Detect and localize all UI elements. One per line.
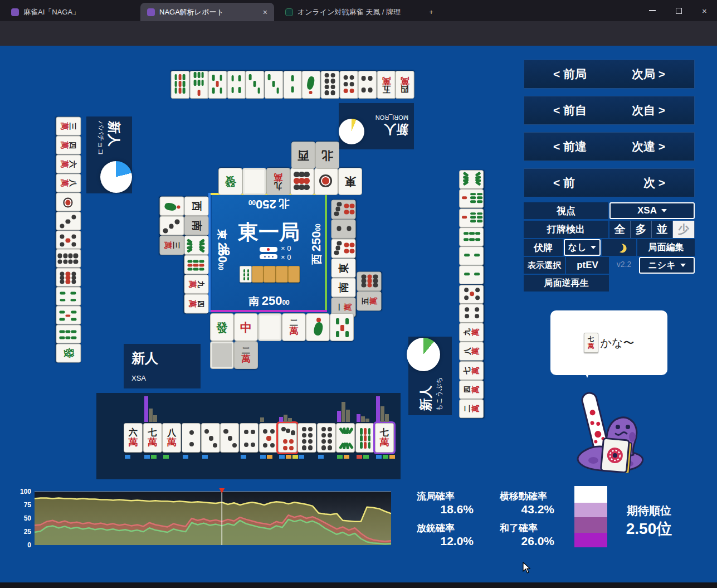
seat-score: 250 (262, 294, 282, 308)
seat-label: 東 (216, 229, 228, 240)
next-button[interactable]: 次 > (643, 175, 665, 191)
viewpoint-select[interactable]: XSA (609, 202, 695, 219)
tab-title: 麻雀AI「NAGA」 (23, 7, 80, 17)
naga-favicon (147, 8, 155, 16)
seat-color-right (325, 193, 327, 312)
close-window-button[interactable]: × (692, 0, 717, 21)
new-tab-button[interactable]: + (425, 3, 438, 21)
tab-title: オンライン対戦麻雀 天鳳 / 牌理 (297, 7, 401, 17)
prev-self-button[interactable]: < 前自 (553, 103, 587, 118)
seat-label: 北 (279, 198, 289, 210)
model-select[interactable]: ニシキ (639, 257, 695, 274)
fusehai-select[interactable]: なし (564, 239, 601, 256)
seat-color-left (208, 193, 211, 312)
nav-self-row: < 前自 次自 > (524, 96, 695, 125)
probability-chart[interactable] (25, 488, 393, 551)
rank-bar-segment (574, 503, 607, 517)
seat-score: 250 (256, 197, 276, 211)
mouse-cursor (523, 562, 533, 574)
suggested-tile-slot: 七萬 (584, 333, 598, 353)
next-mismatch-button[interactable]: 次違 > (632, 139, 665, 154)
prev-button[interactable]: < 前 (553, 175, 575, 191)
tab-naga-home[interactable]: 麻雀AI「NAGA」 (4, 3, 137, 21)
browser-window: 麻雀AI「NAGA」 NAGA解析レポート × オンライン対戦麻雀 天鳳 / 牌… (0, 0, 717, 588)
night-mode-button[interactable] (602, 239, 636, 256)
seat-score-sub: 00 (248, 198, 256, 206)
tile-7m: 七萬 (584, 333, 598, 353)
ryukyoku-value: 18.6% (418, 503, 474, 516)
score-south: 南 25000 (238, 294, 300, 309)
chevron-down-icon (680, 264, 686, 267)
chevron-down-icon (661, 209, 667, 212)
fusehai-value: なし (568, 242, 587, 254)
seat-score-sub: 00 (217, 263, 225, 270)
chart-y-tick: 75 (16, 501, 31, 509)
next-kyoku-button[interactable]: 次局 > (632, 66, 665, 82)
riichi-stick-count: × 0 (281, 244, 301, 252)
nav-mismatch-row: < 前違 次違 > (524, 132, 695, 161)
seat-score-sub: 00 (314, 223, 322, 231)
naga-mascot (571, 389, 649, 473)
dahai-option-few[interactable]: 少 (673, 221, 695, 238)
prev-mismatch-button[interactable]: < 前違 (553, 139, 587, 154)
player-pie-west (407, 338, 440, 371)
tab-naga-report[interactable]: NAGA解析レポート × (140, 3, 274, 21)
rank-bar-segment (574, 486, 607, 503)
fusehai-label: 伏牌 (524, 239, 563, 256)
next-self-button[interactable]: 次自 > (632, 103, 665, 118)
viewpoint-value: XSA (637, 205, 657, 216)
nav-step-row: < 前 次 > (524, 168, 695, 197)
tenhou-favicon (285, 8, 293, 16)
rank-bar-segment (574, 533, 607, 547)
dahai-detect-label: 打牌検出 (524, 221, 608, 238)
reverse-play-button[interactable]: 局面逆再生 (524, 275, 609, 291)
board-edit-button[interactable]: 局面編集 (637, 239, 695, 256)
yokoido-label: 横移動確率 (500, 490, 547, 503)
dahai-option-normal[interactable]: 並 (652, 221, 673, 238)
expected-rank-bar (574, 486, 607, 547)
rank-bar-segment (574, 517, 607, 533)
maximize-icon (676, 8, 682, 14)
tab-tenhou[interactable]: オンライン対戦麻雀 天鳳 / 牌理 (279, 3, 422, 21)
houju-value: 12.0% (418, 534, 474, 548)
wall-count: 36 (218, 245, 236, 258)
naga-speech-bubble: 七萬 かな〜 (550, 310, 667, 375)
seat-label: 南 (248, 295, 259, 307)
dahai-option-all[interactable]: 全 (609, 221, 631, 238)
maximize-button[interactable] (666, 0, 691, 21)
ptev-button[interactable]: ptEV (566, 257, 609, 274)
seat-score: 250 (309, 231, 323, 252)
nav-kyoku-row: < 前局 次局 > (524, 60, 695, 89)
chart-y-tick: 25 (16, 528, 31, 536)
prev-kyoku-button[interactable]: < 前局 (553, 66, 587, 82)
player-panel-south: 新人 XSA (124, 344, 201, 388)
honba-stick-icon (260, 254, 277, 259)
player-pie-east (100, 161, 132, 193)
minimize-icon (649, 10, 656, 11)
minimize-button[interactable] (640, 0, 665, 21)
browser-toolbar: ‹ › https://naga.dmv.nico/htmls/1a739183… (0, 21, 717, 46)
ryukyoku-label: 流局確率 (417, 490, 455, 503)
browser-tab-bar: 麻雀AI「NAGA」 NAGA解析レポート × オンライン対戦麻雀 天鳳 / 牌… (0, 0, 717, 21)
dahai-option-many[interactable]: 多 (631, 221, 652, 238)
bottom-strip (0, 582, 717, 588)
viewpoint-label: 視点 (524, 202, 608, 219)
seat-label: 西 (311, 254, 323, 265)
score-west: 西 25000 (309, 215, 325, 273)
player-name: XSA (131, 374, 201, 382)
chevron-down-icon (591, 246, 596, 249)
moon-icon (613, 242, 625, 253)
player-rank: 新人 (131, 349, 201, 367)
tab-title: NAGA解析レポート (159, 7, 258, 17)
close-tab-icon[interactable]: × (263, 8, 267, 17)
chart-y-tick: 100 (16, 488, 31, 495)
seat-score-sub: 00 (282, 299, 289, 307)
score-north: 北 25000 (240, 196, 298, 211)
bubble-text: かな〜 (601, 336, 635, 351)
riichi-stick-icon (260, 247, 277, 252)
honba-stick-count: × 0 (281, 253, 301, 261)
expected-rank-value: 2.50位 (616, 518, 682, 540)
seat-color-bottom (211, 310, 327, 312)
chart-y-tick: 0 (16, 541, 31, 549)
model-value: ニシキ (648, 260, 675, 271)
